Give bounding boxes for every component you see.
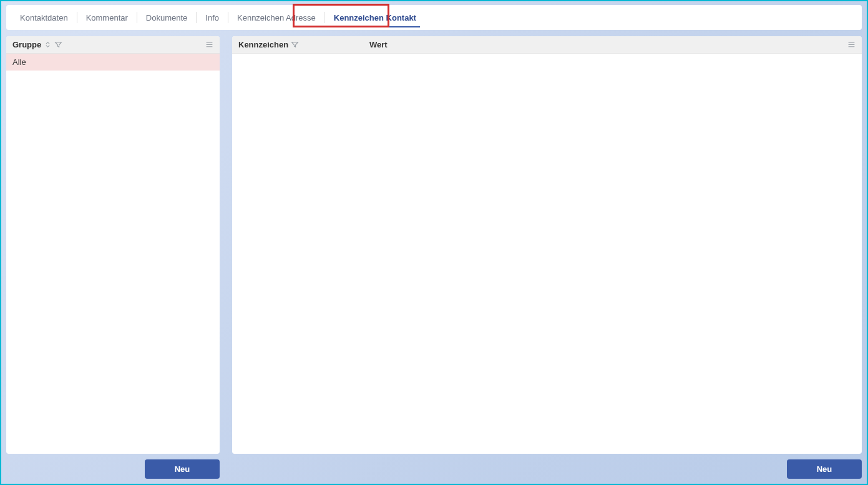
tab-kennzeichen-kontakt[interactable]: Kennzeichen Kontakt [325, 7, 425, 29]
bottom-bar: Neu Neu [1, 454, 867, 484]
left-panel-body: Alle [6, 54, 220, 454]
tab-label: Kontaktdaten [20, 13, 68, 22]
tab-kommentar[interactable]: Kommentar [77, 7, 137, 29]
right-panel-header: Kennzeichen Wert [232, 36, 862, 54]
tab-kontaktdaten[interactable]: Kontaktdaten [11, 7, 77, 29]
menu-icon[interactable] [847, 41, 856, 49]
right-panel: Kennzeichen Wert [232, 36, 862, 454]
tabs-bar: Kontaktdaten Kommentar Dokumente Info Ke… [6, 5, 862, 30]
group-row-label: Alle [12, 57, 26, 67]
tab-label: Kennzeichen Kontakt [334, 13, 416, 22]
tab-kennzeichen-adresse[interactable]: Kennzeichen Adresse [228, 7, 324, 29]
tab-info[interactable]: Info [197, 7, 228, 29]
col-kennzeichen-label: Kennzeichen [238, 40, 288, 49]
content-area: Gruppe Alle Kennzeichen [1, 30, 867, 454]
new-button-right[interactable]: Neu [787, 459, 862, 479]
tab-label: Kommentar [86, 13, 128, 22]
left-panel-header: Gruppe [6, 36, 220, 54]
filter-icon[interactable] [54, 41, 62, 49]
menu-icon[interactable] [205, 41, 213, 49]
filter-icon[interactable] [291, 41, 299, 49]
new-button-left[interactable]: Neu [145, 459, 220, 479]
group-row-alle[interactable]: Alle [6, 54, 220, 71]
tab-label: Info [205, 13, 219, 22]
sort-icon[interactable] [44, 41, 52, 49]
tab-label: Kennzeichen Adresse [237, 13, 316, 22]
left-header-label: Gruppe [12, 40, 41, 49]
tab-dokumente[interactable]: Dokumente [137, 7, 196, 29]
col-wert-label: Wert [369, 40, 388, 49]
tab-label: Dokumente [146, 13, 187, 22]
right-panel-body [232, 54, 862, 454]
left-panel: Gruppe Alle [6, 36, 220, 454]
